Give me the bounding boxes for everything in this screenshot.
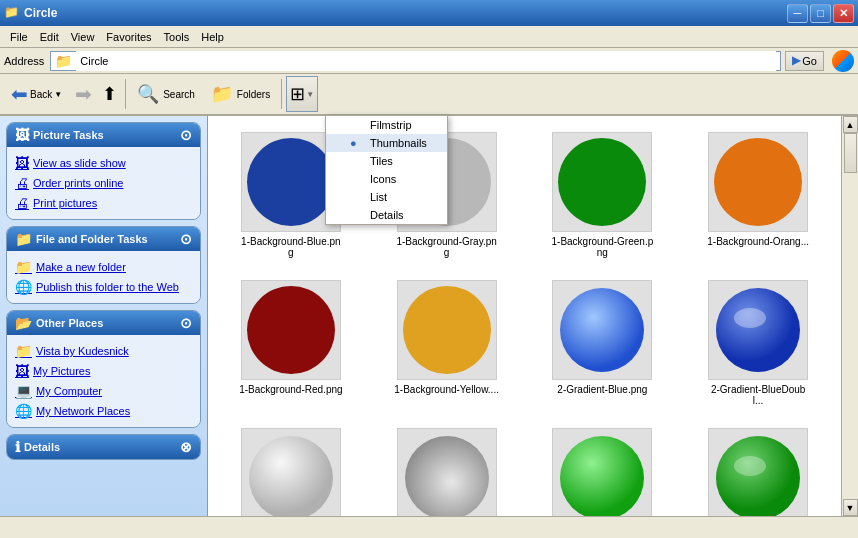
thumb-item-10[interactable]: 2-Gradient-Green.png <box>530 422 676 516</box>
thumb-canvas-4 <box>241 280 341 380</box>
sidebar-item-slideshow[interactable]: 🖼 View as slide show <box>11 153 196 173</box>
menubar: File Edit View Favorites Tools Help <box>0 26 858 48</box>
order-prints-icon: 🖨 <box>15 175 29 191</box>
scroll-track <box>843 133 858 499</box>
file-folder-icon: 📁 <box>15 231 32 247</box>
sidebar-item-my-computer[interactable]: 💻 My Computer <box>11 381 196 401</box>
thumb-label-2: 1-Background-Green.png <box>550 236 655 258</box>
picture-tasks-body: 🖼 View as slide show 🖨 Order prints onli… <box>7 147 200 219</box>
up-button[interactable]: ⬆ <box>98 76 121 112</box>
menu-favorites[interactable]: Favorites <box>100 29 157 45</box>
thumb-item-8[interactable]: 2-Gradient-Gray.png <box>218 422 364 516</box>
views-dropdown-menu: Filmstrip ● Thumbnails Tiles Icons List … <box>325 115 448 225</box>
sidebar-item-network-places[interactable]: 🌐 My Network Places <box>11 401 196 421</box>
thumb-item-3[interactable]: 1-Background-Orang... <box>685 126 831 264</box>
svg-point-6 <box>716 436 800 516</box>
titlebar: 📁 Circle ─ □ ✕ <box>0 0 858 26</box>
menu-view[interactable]: View <box>65 29 101 45</box>
forward-icon: ➡ <box>75 82 92 106</box>
minimize-button[interactable]: ─ <box>787 4 808 23</box>
maximize-button[interactable]: □ <box>810 4 831 23</box>
sidebar-item-my-pictures[interactable]: 🖼 My Pictures <box>11 361 196 381</box>
views-button[interactable]: ⊞ ▼ <box>286 76 318 112</box>
thumb-item-9[interactable]: 2-Gradient-GrayDoubl... <box>374 422 520 516</box>
toolbar-sep-2 <box>281 79 282 109</box>
svg-point-5 <box>560 436 644 516</box>
back-dropdown-icon: ▼ <box>54 90 62 99</box>
scrollbar[interactable]: ▲ ▼ <box>841 116 858 516</box>
search-icon: 🔍 <box>137 83 159 105</box>
file-folder-collapse[interactable]: ⊙ <box>180 231 192 247</box>
titlebar-icon: 📁 <box>4 5 20 21</box>
thumb-label-5: 1-Background-Yellow.... <box>394 384 499 395</box>
my-computer-icon: 💻 <box>15 383 32 399</box>
publish-web-icon: 🌐 <box>15 279 32 295</box>
dropdown-item-thumbnails[interactable]: ● Thumbnails <box>326 134 447 152</box>
up-icon: ⬆ <box>102 83 117 105</box>
picture-tasks-header[interactable]: 🖼 Picture Tasks ⊙ <box>7 123 200 147</box>
other-places-collapse[interactable]: ⊙ <box>180 315 192 331</box>
thumb-canvas-8 <box>241 428 341 516</box>
menu-edit[interactable]: Edit <box>34 29 65 45</box>
sidebar-item-print[interactable]: 🖨 Print pictures <box>11 193 196 213</box>
scroll-down-button[interactable]: ▼ <box>843 499 858 516</box>
windows-logo <box>832 50 854 72</box>
search-button[interactable]: 🔍 Search <box>130 76 202 112</box>
file-folder-tasks-header[interactable]: 📁 File and Folder Tasks ⊙ <box>7 227 200 251</box>
scroll-up-button[interactable]: ▲ <box>843 116 858 133</box>
other-places-section: 📂 Other Places ⊙ 📁 Vista by Kudesnick 🖼 … <box>6 310 201 428</box>
details-header[interactable]: ℹ Details ⊗ <box>7 435 200 459</box>
svg-point-4 <box>405 436 489 516</box>
back-icon: ⬅ <box>11 82 28 106</box>
forward-button[interactable]: ➡ <box>71 76 96 112</box>
thumb-label-1: 1-Background-Gray.png <box>394 236 499 258</box>
sidebar-item-order-prints[interactable]: 🖨 Order prints online <box>11 173 196 193</box>
details-section: ℹ Details ⊗ <box>6 434 201 460</box>
thumbnails-check: ● <box>350 137 364 149</box>
dropdown-item-details[interactable]: Details <box>326 206 447 224</box>
thumb-item-4[interactable]: 1-Background-Red.png <box>218 274 364 412</box>
thumb-item-7[interactable]: 2-Gradient-BlueDoubl... <box>685 274 831 412</box>
dropdown-item-filmstrip[interactable]: Filmstrip <box>326 116 447 134</box>
slideshow-icon: 🖼 <box>15 155 29 171</box>
back-button[interactable]: ⬅ Back ▼ <box>4 76 69 112</box>
thumb-item-2[interactable]: 1-Background-Green.png <box>530 126 676 264</box>
my-pictures-icon: 🖼 <box>15 363 29 379</box>
picture-tasks-icon: 🖼 <box>15 127 29 143</box>
views-dropdown-icon: ▼ <box>306 90 314 99</box>
dropdown-item-tiles[interactable]: Tiles <box>326 152 447 170</box>
go-button[interactable]: ▶ Go <box>785 51 824 71</box>
vista-icon: 📁 <box>15 343 32 359</box>
thumb-canvas-10 <box>552 428 652 516</box>
thumb-canvas-6 <box>552 280 652 380</box>
picture-tasks-collapse[interactable]: ⊙ <box>180 127 192 143</box>
dropdown-item-icons[interactable]: Icons <box>326 170 447 188</box>
scroll-thumb[interactable] <box>844 133 857 173</box>
dropdown-item-list[interactable]: List <box>326 188 447 206</box>
menu-file[interactable]: File <box>4 29 34 45</box>
thumb-item-5[interactable]: 1-Background-Yellow.... <box>374 274 520 412</box>
toolbar-sep-1 <box>125 79 126 109</box>
other-places-body: 📁 Vista by Kudesnick 🖼 My Pictures 💻 My … <box>7 335 200 427</box>
close-button[interactable]: ✕ <box>833 4 854 23</box>
sidebar-item-new-folder[interactable]: 📁 Make a new folder <box>11 257 196 277</box>
thumb-label-6: 2-Gradient-Blue.png <box>557 384 647 395</box>
thumb-label-0: 1-Background-Blue.png <box>238 236 343 258</box>
sidebar-item-vista[interactable]: 📁 Vista by Kudesnick <box>11 341 196 361</box>
sidebar-item-publish-web[interactable]: 🌐 Publish this folder to the Web <box>11 277 196 297</box>
details-collapse[interactable]: ⊗ <box>180 439 192 455</box>
thumb-item-11[interactable]: 2-Gradient-GreenDoub... <box>685 422 831 516</box>
network-places-icon: 🌐 <box>15 403 32 419</box>
address-input[interactable] <box>76 51 776 71</box>
thumb-item-6[interactable]: 2-Gradient-Blue.png <box>530 274 676 412</box>
thumb-canvas-9 <box>397 428 497 516</box>
picture-tasks-section: 🖼 Picture Tasks ⊙ 🖼 View as slide show 🖨… <box>6 122 201 220</box>
print-icon: 🖨 <box>15 195 29 211</box>
menu-help[interactable]: Help <box>195 29 230 45</box>
thumb-canvas-2 <box>552 132 652 232</box>
other-places-header[interactable]: 📂 Other Places ⊙ <box>7 311 200 335</box>
folders-button[interactable]: 📁 Folders <box>204 76 277 112</box>
folders-icon: 📁 <box>211 83 233 105</box>
menu-tools[interactable]: Tools <box>158 29 196 45</box>
titlebar-title: Circle <box>24 6 787 20</box>
